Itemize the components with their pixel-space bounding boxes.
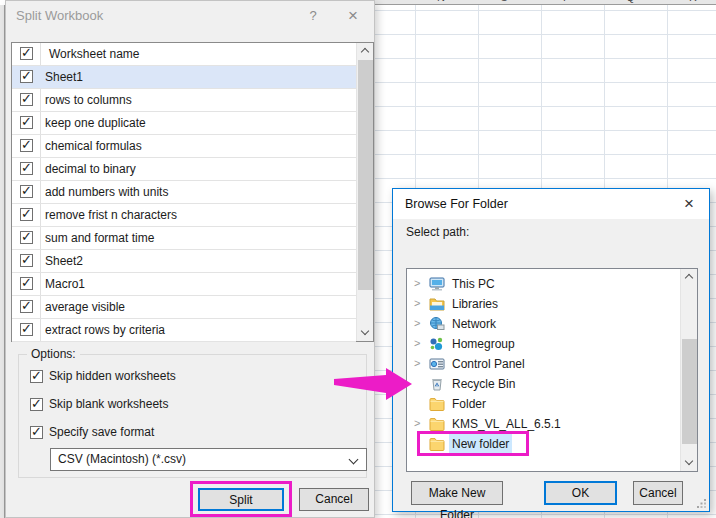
worksheet-label: remove frist n characters xyxy=(45,204,177,226)
worksheet-list-header-label: Worksheet name xyxy=(49,43,140,65)
worksheet-row[interactable]: add numbers with units xyxy=(12,181,356,204)
worksheet-label: Sheet1 xyxy=(45,66,83,88)
split-workbook-dialog: Split Workbook ? × Worksheet name Sheet1… xyxy=(5,0,375,518)
tree-item-this-pc[interactable]: >This PC xyxy=(407,274,680,294)
scroll-up-icon[interactable] xyxy=(361,48,369,56)
tree-item-label: Folder xyxy=(452,394,486,414)
browse-dialog-title: Browse For Folder xyxy=(405,189,508,219)
worksheet-label: keep one duplicate xyxy=(45,112,146,134)
worksheet-list-header-row[interactable]: Worksheet name xyxy=(12,43,356,66)
option-row[interactable]: Skip hidden worksheets xyxy=(30,368,176,384)
worksheet-checkbox[interactable] xyxy=(20,116,33,129)
worksheet-checkbox[interactable] xyxy=(20,70,33,83)
worksheet-checkbox[interactable] xyxy=(20,231,33,244)
option-checkbox[interactable] xyxy=(30,370,43,383)
tree-item-new-folder[interactable]: New folder xyxy=(407,434,680,454)
split-cancel-button[interactable]: Cancel xyxy=(299,488,369,511)
worksheet-list-scrollbar[interactable] xyxy=(356,43,373,341)
expand-chevron-icon[interactable]: > xyxy=(414,277,420,289)
worksheet-row[interactable]: Sheet1 xyxy=(12,66,356,89)
help-button[interactable]: ? xyxy=(300,1,326,31)
worksheet-row[interactable]: remove frist n characters xyxy=(12,204,356,227)
worksheet-row[interactable]: rows to columns xyxy=(12,89,356,112)
make-new-folder-button[interactable]: Make New Folder xyxy=(411,481,503,505)
option-label: Skip blank worksheets xyxy=(49,397,168,411)
recycle-bin-icon xyxy=(429,376,445,392)
scroll-down-icon[interactable] xyxy=(361,327,369,335)
expand-chevron-icon[interactable]: > xyxy=(414,297,420,309)
tree-item-homegroup[interactable]: >Homegroup xyxy=(407,334,680,354)
browse-cancel-button[interactable]: Cancel xyxy=(633,481,683,505)
worksheet-row[interactable]: average visible xyxy=(12,296,356,319)
scroll-up-icon[interactable] xyxy=(685,274,693,282)
worksheet-checkbox[interactable] xyxy=(20,323,33,336)
column-letter: N xyxy=(437,0,445,3)
worksheet-checkbox[interactable] xyxy=(20,277,33,290)
split-button[interactable]: Split xyxy=(198,488,284,511)
worksheet-row[interactable]: Sheet2 xyxy=(12,250,356,273)
options-groupbox: Options: Skip hidden worksheetsSkip blan… xyxy=(18,354,367,478)
option-label: Specify save format xyxy=(49,425,154,439)
worksheet-checkbox[interactable] xyxy=(20,185,33,198)
worksheet-row[interactable]: extract rows by criteria xyxy=(12,319,356,342)
browse-for-folder-dialog: Browse For Folder × Select path: >This P… xyxy=(392,188,710,512)
folder-tree-scrollbar[interactable] xyxy=(680,269,697,471)
network-icon xyxy=(429,316,445,332)
worksheet-row[interactable]: chemical formulas xyxy=(12,135,356,158)
tree-item-kms-vl-all-6-5-1[interactable]: >KMS_VL_ALL_6.5.1 xyxy=(407,414,680,434)
close-icon[interactable]: × xyxy=(340,1,366,31)
worksheet-checkbox[interactable] xyxy=(20,162,33,175)
this-pc-icon xyxy=(429,276,445,292)
tree-item-label: Homegroup xyxy=(452,334,515,354)
worksheet-label: extract rows by criteria xyxy=(45,319,165,341)
expand-chevron-icon[interactable]: > xyxy=(414,417,420,429)
worksheet-label: sum and format time xyxy=(45,227,154,249)
chevron-down-icon xyxy=(349,455,359,465)
select-path-label: Select path: xyxy=(406,225,469,239)
scrollbar-thumb[interactable] xyxy=(358,60,373,290)
tree-item-network[interactable]: >Network xyxy=(407,314,680,334)
option-row[interactable]: Skip blank worksheets xyxy=(30,396,176,412)
tree-item-folder[interactable]: Folder xyxy=(407,394,680,414)
worksheet-label: Sheet2 xyxy=(45,250,83,272)
expand-chevron-icon[interactable]: > xyxy=(414,317,420,329)
split-dialog-title: Split Workbook xyxy=(16,1,103,31)
tree-item-libraries[interactable]: >Libraries xyxy=(407,294,680,314)
folder-icon xyxy=(429,396,445,412)
tree-item-label: This PC xyxy=(452,274,495,294)
save-format-dropdown[interactable]: CSV (Macintosh) (*.csv) xyxy=(50,448,367,471)
tree-item-recycle-bin[interactable]: Recycle Bin xyxy=(407,374,680,394)
worksheet-checkbox[interactable] xyxy=(20,208,33,221)
worksheet-checkbox[interactable] xyxy=(20,139,33,152)
homegroup-icon xyxy=(429,336,445,352)
worksheet-list-rows: Worksheet name Sheet1rows to columnskeep… xyxy=(12,43,373,342)
worksheet-row[interactable]: keep one duplicate xyxy=(12,112,356,135)
worksheet-checkbox[interactable] xyxy=(20,300,33,313)
worksheet-row[interactable]: decimal to binary xyxy=(12,158,356,181)
option-checkbox[interactable] xyxy=(30,426,43,439)
close-icon[interactable]: × xyxy=(675,189,703,219)
select-all-checkbox[interactable] xyxy=(20,47,33,60)
tree-item-label: New folder xyxy=(449,434,512,454)
tree-item-label: Network xyxy=(452,314,496,334)
scrollbar-thumb[interactable] xyxy=(682,339,697,444)
folder-tree: >This PC>Libraries>Network>Homegroup>Con… xyxy=(406,268,698,472)
worksheet-row[interactable]: sum and format time xyxy=(12,227,356,250)
tree-item-control-panel[interactable]: >Control Panel xyxy=(407,354,680,374)
worksheet-checkbox[interactable] xyxy=(20,93,33,106)
resize-grip[interactable] xyxy=(697,499,706,508)
control-panel-icon xyxy=(429,356,445,372)
option-row[interactable]: Specify save format xyxy=(30,424,176,440)
worksheet-checkbox[interactable] xyxy=(20,254,33,267)
column-letter: Q xyxy=(626,0,635,3)
save-format-value: CSV (Macintosh) (*.csv) xyxy=(58,449,186,470)
ok-button[interactable]: OK xyxy=(544,481,617,505)
expand-chevron-icon[interactable]: > xyxy=(414,357,420,369)
worksheet-row[interactable]: Macro1 xyxy=(12,273,356,296)
libraries-icon xyxy=(429,296,445,312)
option-checkbox[interactable] xyxy=(30,398,43,411)
browse-dialog-titlebar: Browse For Folder × xyxy=(393,189,709,219)
worksheet-label: decimal to binary xyxy=(45,158,136,180)
scroll-down-icon[interactable] xyxy=(685,457,693,465)
expand-chevron-icon[interactable]: > xyxy=(414,337,420,349)
